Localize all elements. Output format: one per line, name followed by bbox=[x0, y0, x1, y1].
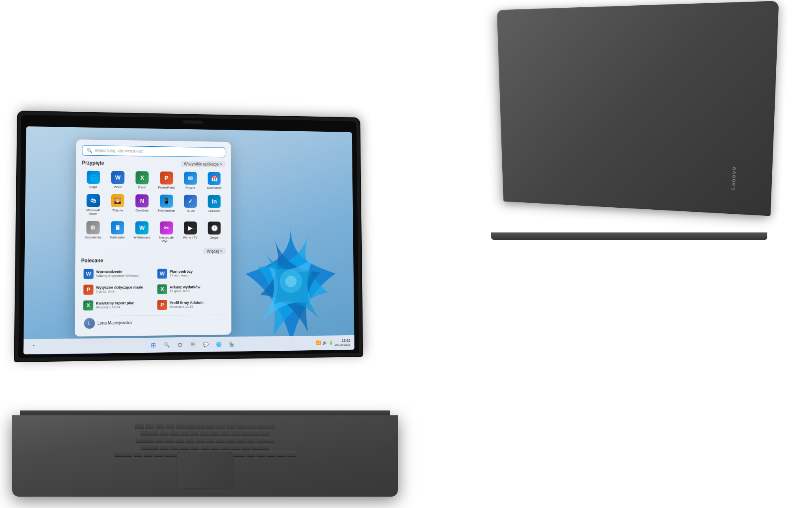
rec-text: WprowadzenieWitamy w systemie Windows bbox=[96, 270, 139, 278]
app-item[interactable]: WWord bbox=[106, 169, 129, 191]
app-item[interactable]: NOneNote bbox=[131, 193, 153, 218]
app-item[interactable]: inLinkedIn bbox=[203, 193, 225, 218]
recommended-item[interactable]: PWytyczne dotyczące marki2 godz. temu bbox=[81, 282, 153, 297]
rec-text: Plan podróży17 min. temu bbox=[170, 270, 193, 278]
laptop-back-lid: Lenovo bbox=[497, 1, 779, 216]
more-button[interactable]: Więcej > bbox=[203, 248, 225, 254]
app-icon: 📱 bbox=[160, 194, 173, 207]
all-apps-button[interactable]: Wszystkie aplikacje > bbox=[181, 161, 225, 167]
key bbox=[155, 423, 164, 429]
app-item[interactable]: PPowerPoint bbox=[155, 170, 178, 191]
key bbox=[166, 423, 175, 429]
recommended-item[interactable]: WWprowadzenieWitamy w systemie Windows bbox=[81, 267, 153, 281]
recommended-item[interactable]: WPlan podróży17 min. temu bbox=[155, 267, 225, 281]
key-row-4 bbox=[45, 444, 365, 450]
rec-icon: P bbox=[157, 300, 167, 310]
app-item[interactable]: 🌐Edge bbox=[82, 169, 105, 191]
taskbar-left: ⌃ bbox=[28, 341, 40, 352]
taskbar-edge[interactable]: 🌐 bbox=[213, 339, 225, 350]
app-item[interactable]: 📅Kalendarz bbox=[203, 170, 225, 192]
rec-text: Kwartalny raport płacWczoraj o 16:24 bbox=[96, 301, 134, 309]
app-label: Edge bbox=[89, 185, 97, 189]
key bbox=[247, 423, 256, 429]
key bbox=[226, 437, 235, 443]
app-label: LinkedIn bbox=[208, 209, 220, 213]
app-item[interactable]: ✂Narzędzie Wyc... bbox=[155, 219, 178, 245]
key-row-2 bbox=[45, 430, 365, 436]
app-item[interactable]: ⚙Ustawienia bbox=[81, 219, 104, 245]
app-icon: W bbox=[136, 221, 149, 234]
app-item[interactable]: 🛍Microsoft Store bbox=[82, 192, 105, 218]
key-arrow bbox=[287, 451, 296, 457]
rec-icon: W bbox=[158, 269, 167, 278]
taskbar-wifi: 📶 bbox=[316, 341, 321, 345]
app-icon: 🛍 bbox=[86, 194, 100, 207]
key bbox=[141, 444, 159, 450]
key bbox=[251, 444, 269, 450]
laptop-screen: 🔍 Wpisz tutaj, aby wyszukać Przypięte Ws… bbox=[24, 126, 354, 354]
app-item[interactable]: 🖩Kalkulator bbox=[106, 219, 129, 245]
laptop-back-hinge bbox=[491, 232, 767, 240]
key bbox=[180, 444, 189, 450]
search-bar[interactable]: 🔍 Wpisz tutaj, aby wyszukać bbox=[82, 145, 225, 157]
app-item[interactable]: WWhiteboard bbox=[131, 219, 153, 245]
recommended-item[interactable]: PProfil firmy AdatumWczoraj o 13:15 bbox=[155, 297, 226, 312]
rec-title: Wprowadzenie bbox=[96, 270, 139, 274]
recommended-item[interactable]: XKwartalny raport płacWczoraj o 16:24 bbox=[81, 298, 153, 313]
app-item[interactable]: 📱Twój telefon bbox=[155, 193, 178, 218]
app-icon: X bbox=[136, 171, 149, 184]
key bbox=[206, 437, 215, 443]
rec-title: Wytyczne dotyczące marki bbox=[96, 285, 143, 290]
rec-icon: W bbox=[84, 269, 94, 279]
app-item[interactable]: 🕐Zegar bbox=[203, 220, 226, 245]
pinned-header: Przypięte Wszystkie aplikacje > bbox=[82, 160, 225, 167]
taskbar-taskview[interactable]: ⊡ bbox=[174, 339, 186, 351]
user-name: Lena Maciejowska bbox=[97, 321, 132, 326]
search-input-mock[interactable]: Wpisz tutaj, aby wyszukać bbox=[95, 148, 221, 154]
taskbar-date: 28.10.2021 bbox=[335, 343, 351, 347]
key bbox=[227, 423, 235, 429]
keyboard-body bbox=[12, 415, 398, 497]
key bbox=[237, 423, 246, 429]
key bbox=[165, 437, 174, 443]
key bbox=[200, 430, 209, 436]
taskbar-start[interactable]: ⊞ bbox=[148, 339, 160, 351]
app-icon: 🌄 bbox=[111, 194, 125, 207]
key bbox=[190, 444, 199, 450]
taskbar-teams[interactable]: 💬 bbox=[200, 339, 212, 350]
key bbox=[257, 437, 274, 443]
laptop-camera bbox=[183, 120, 203, 124]
app-item[interactable]: ▶Filmy i TV bbox=[179, 220, 201, 245]
app-item[interactable]: XExcel bbox=[131, 169, 153, 191]
app-item[interactable]: ✓To Do bbox=[179, 193, 201, 218]
rec-text: Arkusz wydatków12 godz. temu bbox=[170, 285, 201, 293]
key bbox=[206, 423, 215, 429]
key bbox=[175, 437, 184, 443]
app-icon: ▶ bbox=[184, 221, 197, 234]
key bbox=[236, 437, 245, 443]
key-row-1 bbox=[45, 423, 365, 429]
lenovo-logo-back: Lenovo bbox=[730, 166, 737, 190]
touchpad[interactable] bbox=[177, 452, 233, 488]
app-icon: W bbox=[111, 171, 125, 184]
key-arrow bbox=[267, 451, 276, 457]
app-icon: ✓ bbox=[184, 195, 197, 208]
avatar-letter: L bbox=[88, 320, 91, 326]
taskbar-chevron[interactable]: ⌃ bbox=[28, 341, 40, 352]
windows-bloom bbox=[215, 197, 354, 352]
recommended-title: Polecane bbox=[81, 258, 103, 263]
taskbar-search[interactable]: 🔍 bbox=[161, 339, 172, 351]
key bbox=[196, 423, 205, 429]
recommended-item[interactable]: XArkusz wydatków12 godz. temu bbox=[155, 282, 225, 296]
taskbar-widgets[interactable]: ☰ bbox=[187, 339, 199, 351]
app-icon: 📅 bbox=[208, 172, 221, 185]
app-item[interactable]: 🌄Zdjęcia bbox=[106, 192, 129, 218]
rec-title: Kwartalny raport płac bbox=[96, 301, 134, 306]
taskbar-store[interactable]: 🏪 bbox=[226, 338, 238, 350]
key bbox=[160, 444, 169, 450]
app-item[interactable]: ✉Poczta bbox=[179, 170, 201, 191]
app-icon: ✂ bbox=[160, 221, 173, 234]
user-section[interactable]: L Lena Maciejowska bbox=[80, 315, 225, 330]
more-section: Więcej > bbox=[81, 248, 226, 254]
rec-subtitle: Wczoraj o 13:15 bbox=[170, 305, 204, 309]
